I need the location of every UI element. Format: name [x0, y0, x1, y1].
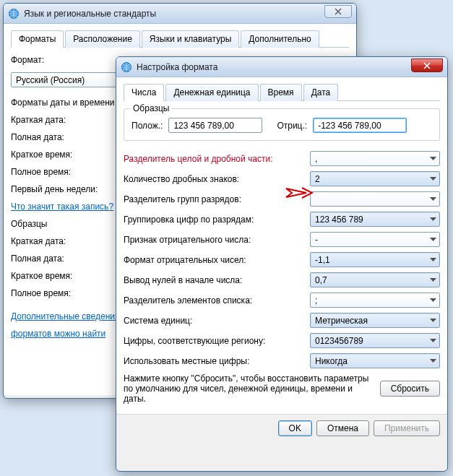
neg-sign-value: - — [315, 235, 318, 245]
tab-keyboards[interactable]: Языки и клавиатуры — [142, 30, 239, 48]
tab-formats[interactable]: Форматы — [11, 30, 64, 48]
samples-legend: Образцы — [130, 103, 172, 113]
grouping-value: 123 456 789 — [315, 215, 363, 225]
chevron-down-icon — [430, 197, 436, 202]
digit-subst-value: Никогда — [315, 356, 348, 366]
chevron-down-icon — [430, 157, 436, 161]
decimal-sep-label: Разделитель целой и дробной части: — [124, 154, 310, 164]
list-sep-value: ; — [315, 295, 317, 306]
neg-format-label: Формат отрицательных чисел: — [124, 255, 310, 265]
native-digits-select[interactable]: 0123456789 — [310, 333, 440, 348]
leading-zero-select[interactable]: 0,7 — [310, 272, 440, 287]
native-digits-value: 0123456789 — [315, 336, 363, 346]
tab-time[interactable]: Время — [260, 84, 302, 101]
chevron-down-icon — [430, 238, 436, 242]
tab-date[interactable]: Дата — [303, 84, 339, 101]
long-date-label: Полная дата: — [11, 132, 112, 142]
sample-short-date-label: Краткая дата: — [11, 236, 112, 246]
leading-zero-value: 0,7 — [315, 275, 327, 285]
dialog-buttons: OK Отмена Применить — [116, 414, 447, 442]
list-sep-label: Разделитель элементов списка: — [124, 295, 310, 306]
globe-icon — [8, 8, 20, 20]
measure-label: Система единиц: — [124, 316, 310, 326]
grouping-select[interactable]: 123 456 789 — [310, 212, 440, 227]
positive-label: Полож.: — [131, 121, 163, 131]
measure-value: Метрическая — [315, 316, 368, 326]
ok-button[interactable]: OK — [278, 420, 312, 436]
tab-currency[interactable]: Денежная единица — [165, 84, 258, 101]
close-button[interactable] — [324, 5, 352, 18]
customize-format-window: Настройка формата Числа Денежная единица… — [116, 56, 448, 472]
group-sep-label: Разделитель групп разрядов: — [124, 194, 310, 204]
window-title: Настройка формата — [137, 62, 217, 72]
tab-numbers[interactable]: Числа — [124, 84, 164, 101]
chevron-down-icon — [430, 359, 436, 363]
chevron-down-icon — [430, 298, 436, 303]
neg-sign-select[interactable]: - — [310, 232, 440, 247]
sample-long-time-label: Полное время: — [11, 288, 112, 298]
decimal-digits-value: 2 — [315, 174, 320, 184]
chevron-down-icon — [430, 177, 436, 181]
neg-format-value: -1,1 — [315, 255, 330, 265]
decimal-digits-select[interactable]: 2 — [310, 171, 440, 186]
tabstrip: Форматы Расположение Языки и клавиатуры … — [11, 30, 349, 48]
notation-help-link[interactable]: Что значит такая запись? — [11, 202, 113, 212]
long-time-label: Полное время: — [11, 167, 112, 177]
reset-button[interactable]: Сбросить — [380, 381, 440, 397]
list-sep-select[interactable]: ; — [310, 293, 440, 308]
digit-subst-label: Использовать местные цифры: — [124, 356, 310, 366]
neg-format-select[interactable]: -1,1 — [310, 252, 440, 267]
decimal-digits-label: Количество дробных знаков: — [124, 174, 310, 184]
short-time-label: Краткое время: — [11, 150, 112, 160]
cancel-button[interactable]: Отмена — [316, 420, 369, 436]
native-digits-label: Цифры, соответствующие региону: — [124, 336, 310, 346]
leading-zero-label: Вывод нулей в начале числа: — [124, 275, 310, 285]
format-value: Русский (Россия) — [16, 75, 85, 85]
short-date-label: Краткая дата: — [11, 115, 112, 125]
window-title: Язык и региональные стандарты — [24, 9, 156, 19]
chevron-down-icon — [430, 319, 436, 323]
group-sep-select[interactable] — [310, 191, 440, 207]
tabstrip: Числа Денежная единица Время Дата — [124, 83, 440, 101]
close-icon — [423, 62, 431, 69]
chevron-down-icon — [430, 339, 436, 343]
positive-sample — [168, 118, 262, 133]
chevron-down-icon — [430, 258, 436, 262]
samples-group: Образцы Полож.: Отриц.: — [124, 108, 440, 141]
chevron-down-icon — [430, 278, 436, 282]
titlebar[interactable]: Язык и региональные стандарты — [4, 4, 356, 24]
grouping-label: Группировка цифр по разрядам: — [124, 215, 310, 225]
measure-select[interactable]: Метрическая — [310, 313, 440, 328]
sample-long-date-label: Полная дата: — [11, 254, 112, 264]
apply-button[interactable]: Применить — [374, 420, 440, 436]
chevron-down-icon — [430, 217, 436, 222]
sample-short-time-label: Краткое время: — [11, 271, 112, 281]
more-info-link-1[interactable]: Дополнительные сведения — [11, 311, 119, 321]
titlebar[interactable]: Настройка формата — [116, 57, 447, 77]
tab-location[interactable]: Расположение — [65, 30, 140, 48]
negative-sample — [313, 118, 407, 133]
neg-sign-label: Признак отрицательного числа: — [124, 235, 310, 245]
decimal-sep-value: , — [315, 154, 317, 164]
reset-hint: Нажмите кнопку "Сбросить", чтобы восстан… — [124, 373, 373, 404]
decimal-sep-select[interactable]: , — [310, 151, 440, 166]
first-day-label: Первый день недели: — [11, 184, 112, 194]
tab-advanced[interactable]: Дополнительно — [241, 30, 319, 48]
negative-label: Отриц.: — [277, 121, 307, 131]
more-info-link-2[interactable]: форматов можно найти — [11, 329, 105, 339]
close-button[interactable] — [411, 59, 443, 72]
digit-subst-select[interactable]: Никогда — [310, 353, 440, 368]
globe-icon — [121, 61, 132, 73]
close-icon — [334, 8, 342, 15]
